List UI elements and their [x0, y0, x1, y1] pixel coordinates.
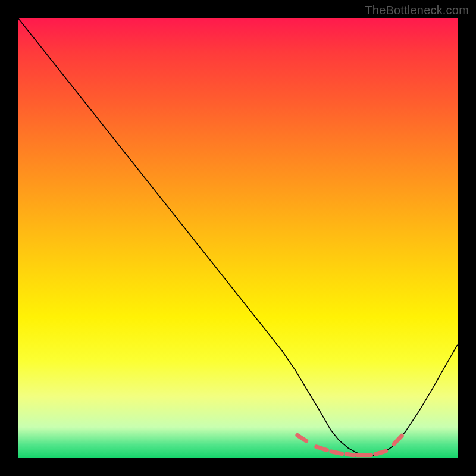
- marker-dash: [331, 452, 342, 454]
- marker-dashes: [298, 436, 402, 455]
- bottleneck-curve: [18, 18, 458, 456]
- marker-dash: [298, 436, 306, 441]
- marker-dash: [317, 447, 327, 450]
- marker-dash: [346, 454, 353, 455]
- watermark-text: TheBottleneck.com: [365, 4, 469, 17]
- chart-root: TheBottleneck.com: [0, 0, 476, 476]
- marker-dash: [375, 451, 386, 454]
- plot-area: [18, 18, 458, 458]
- marker-dash: [394, 436, 402, 444]
- curve-layer: [18, 18, 458, 458]
